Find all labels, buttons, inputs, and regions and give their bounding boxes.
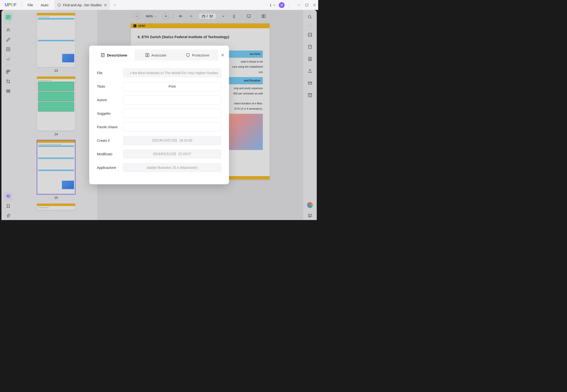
menu-file[interactable]: File [24,3,37,7]
add-tab-icon[interactable] [113,3,117,7]
titlebar: UPDF File Aiuto Find-and-Ap...her-Studie… [0,0,318,10]
description-icon [101,53,105,57]
modal-tabs: Descrizione Avanzate Protezione [93,50,218,61]
tab-label: Protezione [192,53,209,57]
window-counter[interactable]: 1 [269,3,276,7]
menu-help[interactable]: Aiuto [37,3,52,7]
minimize-icon[interactable] [298,3,301,7]
divider [22,3,22,7]
label-modified: Modificato [97,152,123,156]
tab-advanced[interactable]: Avanzate [135,50,177,61]
label-subject: Soggetto [97,112,123,115]
tab-close-icon[interactable] [104,3,107,7]
document-tab[interactable]: Find-and-Ap...her-Studies [54,0,110,10]
tab-description[interactable]: Descrizione [93,50,135,61]
close-window-icon[interactable] [313,3,316,7]
created-field [123,136,221,145]
main-area: 7. Imperial College London 23 8. Univers… [1,10,317,220]
label-keywords: Parole chiave: [97,125,123,129]
properties-modal: Descrizione Avanzate Protezione [89,46,229,184]
tab-label: Descrizione [107,53,127,57]
divider [289,3,290,7]
label-file: File [97,71,123,75]
shield-icon [186,53,190,57]
modal-overlay: Descrizione Avanzate Protezione [1,10,317,220]
application-field [123,163,221,172]
close-modal-icon[interactable] [220,53,225,57]
maximize-icon[interactable] [305,3,309,7]
svg-rect-1 [306,4,308,6]
title-field[interactable] [123,82,221,91]
subject-field[interactable] [123,109,221,118]
advanced-icon [145,53,149,57]
user-avatar[interactable]: U [279,2,284,8]
label-application: Applicazione [97,166,123,169]
app-logo: UPDF [2,2,20,7]
label-created: Creato il [97,139,123,142]
label-title: Titolo [97,84,123,88]
label-author: Autore [97,98,123,102]
modal-body: File Titolo Autore Soggetto [93,64,225,179]
file-field [123,68,221,78]
document-icon [57,3,61,7]
svg-rect-24 [146,53,147,57]
tab-protection[interactable]: Protezione [177,50,218,61]
chevron-down-icon [273,4,276,7]
author-field[interactable] [123,95,221,105]
tab-label: Avanzate [151,53,166,57]
svg-rect-25 [148,53,149,57]
keywords-field[interactable] [123,123,221,132]
counter-value: 1 [269,3,271,7]
tab-title: Find-and-Ap...her-Studies [63,3,102,7]
modified-field [123,150,221,159]
